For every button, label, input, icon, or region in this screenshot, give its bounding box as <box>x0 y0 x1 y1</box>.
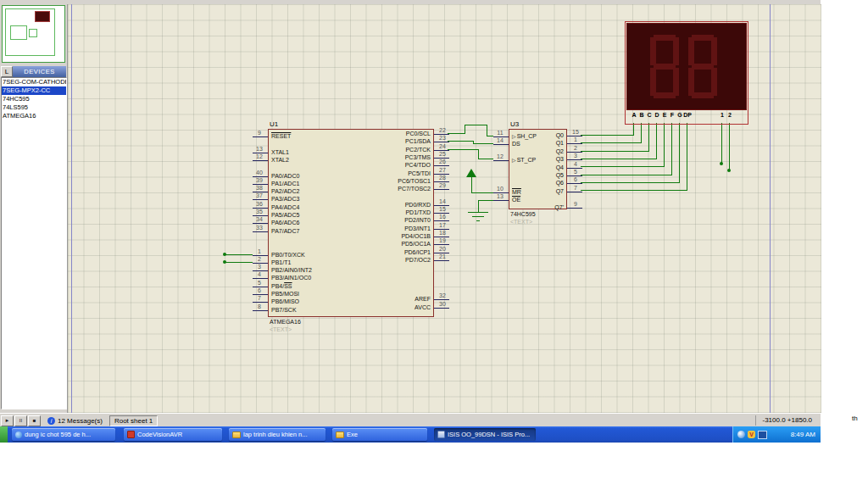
antivirus-shield-icon[interactable]: V <box>748 431 755 438</box>
pin-name: PC5/TDI <box>408 170 431 177</box>
pin-number: 8 <box>252 303 267 309</box>
pin-number: 14 <box>492 137 508 143</box>
pin-name: Q7 <box>556 188 564 195</box>
pin-name: PD3/INT1 <box>404 226 431 232</box>
pin-number: 21 <box>435 253 450 259</box>
pin-number: 39 <box>252 177 267 183</box>
taskbar-task-5[interactable]: ISIS OO_99DSN - ISIS Pro... <box>434 428 536 441</box>
folder-icon <box>336 432 344 438</box>
pin-name: Q1 <box>556 140 564 147</box>
desktop: L DEVICES 7SEG-COM-CATHODE7SEG-MPX2-CC74… <box>0 0 868 490</box>
pin-stub <box>434 260 449 261</box>
component-reference: U3 <box>510 120 519 128</box>
pin-stub <box>567 208 582 209</box>
pin-number: 26 <box>435 159 450 164</box>
library-button[interactable]: L <box>1 66 13 77</box>
pin-stub <box>493 200 509 201</box>
network-monitor-icon[interactable] <box>758 431 767 439</box>
pin-stub <box>434 308 449 309</box>
device-list-item[interactable]: 74HC595 <box>2 95 66 103</box>
pin-name: OE <box>512 197 520 203</box>
start-button-fragment[interactable] <box>0 426 8 443</box>
taskbar-task-1[interactable]: dung ic chot 595 de h... <box>12 428 115 441</box>
component-atmega16[interactable]: U1 9RESET13XTAL112XTAL240PA0/ADC039PA1/A… <box>268 129 434 317</box>
pin-name: Q0 <box>556 132 564 139</box>
simulate-play-button[interactable]: ► <box>1 415 14 426</box>
schematic-overview-panel[interactable] <box>2 5 65 63</box>
pin-number: 5 <box>252 280 267 286</box>
pin-name: ▷ST_CP <box>512 157 536 164</box>
task-label: ISIS OO_99DSN - ISIS Pro... <box>448 431 530 438</box>
pin-number: 15 <box>435 206 450 212</box>
clock-pin-icon: ▷ <box>512 158 516 163</box>
pin-name: PC1/SDA <box>405 138 431 145</box>
pin-stub <box>253 231 268 232</box>
pin-number: 36 <box>252 201 267 207</box>
display-digit-2 <box>688 35 717 98</box>
pin-number: 1 <box>252 248 267 254</box>
pin-number: 12 <box>252 153 267 159</box>
simulate-stop-button[interactable]: ■ <box>28 415 41 426</box>
pin-name: PC6/TOSC1 <box>398 178 431 185</box>
pin-number: 2 <box>568 145 583 151</box>
pin-number: 5 <box>568 169 583 175</box>
pin-number: 1 <box>568 136 583 142</box>
pin-name: PB0/T0/XCK <box>271 252 305 259</box>
pin-name: PD0/RXD <box>405 202 431 209</box>
task-label: Exe <box>347 431 358 438</box>
pin-name: PC7/TOSC2 <box>398 186 431 192</box>
device-list-item[interactable]: 7SEG-MPX2-CC <box>2 86 66 95</box>
object-selector-header: L DEVICES <box>1 66 66 77</box>
pin-number: 9 <box>252 130 267 136</box>
pin-number: 33 <box>252 225 267 231</box>
pin-name: ▷SH_CP <box>512 133 537 140</box>
sheet-border-left <box>71 4 72 413</box>
codevision-icon <box>127 431 135 438</box>
info-icon[interactable]: i <box>47 417 55 425</box>
sheet-name: Root sheet 1 <box>109 415 158 426</box>
component-74hc595[interactable]: U3 11▷SH_CP14DS12▷ST_CP10MR13OE15Q01Q12Q… <box>509 129 567 209</box>
sheet-border-right <box>770 4 771 413</box>
pin-name: PC4/TDO <box>405 162 431 169</box>
pin-stub <box>253 310 268 311</box>
device-list[interactable]: 7SEG-COM-CATHODE7SEG-MPX2-CC74HC59574LS5… <box>1 77 67 409</box>
pin-name: Q2 <box>556 148 564 155</box>
taskbar-task-2[interactable]: CodeVisionAVR <box>124 428 222 441</box>
overview-component-u1 <box>10 25 27 40</box>
device-list-item[interactable]: 74LS595 <box>2 103 66 112</box>
component-text-placeholder: <TEXT> <box>510 219 532 225</box>
simulate-pause-button[interactable]: II <box>14 415 27 426</box>
device-list-item[interactable]: 7SEG-COM-CATHODE <box>2 78 66 86</box>
pin-stub <box>493 144 509 145</box>
task-label: lap trinh dieu khien n... <box>243 431 307 438</box>
pin-name: PC0/SCL <box>406 131 431 137</box>
pin-name: Q5 <box>556 172 564 179</box>
pin-name: XTAL1 <box>271 149 289 156</box>
pin-number: 16 <box>435 214 450 220</box>
pin-name: PD4/OC1B <box>401 233 431 240</box>
pin-number: 30 <box>435 301 450 307</box>
message-count[interactable]: 12 Message(s) <box>58 417 103 425</box>
overview-display <box>35 11 50 22</box>
pin-stub <box>493 160 509 161</box>
pin-name: RESET <box>271 133 291 140</box>
pin-name: PB2/AIN0/INT2 <box>271 267 312 274</box>
pin-number: 38 <box>252 185 267 191</box>
pin-number: 15 <box>568 129 583 135</box>
devices-header: DEVICES <box>13 66 66 77</box>
pin-number: 12 <box>492 153 508 159</box>
pin-name: PB6/MISO <box>271 298 299 305</box>
pin-number: 29 <box>435 182 450 188</box>
display-digit-1 <box>650 35 679 98</box>
pin-name: PC3/TMS <box>405 154 431 161</box>
component-value: ATMEGA16 <box>270 319 301 325</box>
pin-number: 11 <box>492 130 508 136</box>
component-7seg-display[interactable]: ABCDEFGDP12 <box>625 21 748 125</box>
tray-status-icon[interactable] <box>737 431 745 438</box>
pin-stub <box>253 136 268 137</box>
pin-name: PB7/SCK <box>271 307 297 314</box>
taskbar-task-4[interactable]: Exe <box>332 428 427 441</box>
device-list-item[interactable]: ATMEGA16 <box>2 112 66 120</box>
taskbar-task-3[interactable]: lap trinh dieu khien n... <box>229 428 326 441</box>
pin-number: 10 <box>492 186 508 192</box>
